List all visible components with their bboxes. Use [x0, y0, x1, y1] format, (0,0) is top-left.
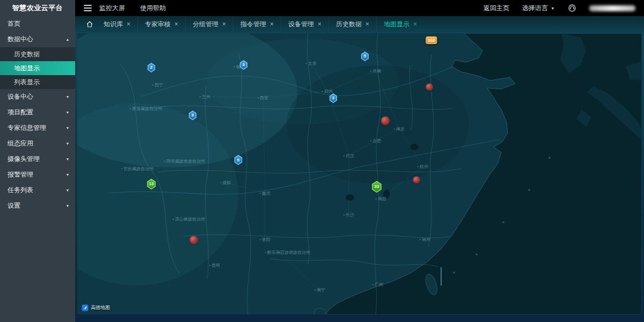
map-point-marker-red[interactable]: [382, 117, 390, 125]
close-tab-icon[interactable]: ×: [174, 20, 178, 28]
tab-knowledge-base[interactable]: 知识库×: [97, 16, 137, 32]
sidebar-item-camera-mgmt[interactable]: 摄像头管理▼: [0, 151, 75, 167]
language-selector[interactable]: 选择语言 ▼: [522, 4, 555, 13]
app-root: 智慧农业云平台 首页数据中心▲历史数据地图显示列表显示设备中心▼项目配置▼专家信…: [0, 0, 644, 322]
tab-label: 地图显示: [384, 20, 409, 29]
topbar-menu: 监控大屏使用帮助: [99, 4, 166, 13]
tab-label: 指令管理: [240, 20, 266, 29]
sidebar-submenu-data-center: 历史数据地图显示列表显示: [0, 47, 75, 89]
amap-logo-icon: [82, 304, 89, 311]
close-tab-icon[interactable]: ×: [413, 20, 417, 28]
sidebar-item-label: 数据中心: [8, 35, 33, 44]
cluster-hex-fill: 3: [330, 94, 337, 103]
map-point-marker-red[interactable]: [426, 84, 433, 90]
chevron-down-icon: ▼: [65, 111, 70, 115]
cluster-count-label: 2: [150, 65, 152, 70]
tab-command-mgmt[interactable]: 指令管理×: [233, 16, 281, 32]
cluster-count-label: 5: [364, 54, 366, 58]
china-map[interactable]: 西宁兰州银川西安太原郑州济南武汉合肥南京杭州南昌长沙重庆成都贵阳昆明福州广州南宁…: [77, 33, 642, 314]
cluster-hex-fill: 33: [372, 182, 382, 192]
sidebar-item-settings[interactable]: 设置▼: [0, 198, 75, 214]
sidebar-item-label: 专家信息管理: [8, 123, 46, 133]
tab-strip: 知识库×专家审核×分组管理×指令管理×设备管理×历史数据×地图显示×: [97, 16, 424, 32]
sidebar-item-label: 任务列表: [8, 186, 33, 195]
sidebar-subitem-history-data[interactable]: 历史数据: [0, 47, 75, 61]
tab-device-mgmt[interactable]: 设备管理×: [281, 16, 328, 32]
cluster-hex-fill: 5: [362, 53, 369, 61]
sidebar-item-label: 项目配置: [8, 108, 33, 117]
cluster-count-label: 3: [192, 113, 194, 118]
sidebar-item-label: 设备中心: [8, 92, 33, 101]
return-home-link[interactable]: 返回主页: [484, 4, 509, 13]
sidebar-item-project-config[interactable]: 项目配置▼: [0, 105, 75, 120]
tab-expert-review[interactable]: 专家审核×: [137, 16, 185, 32]
chevron-down-icon: ▼: [65, 173, 70, 177]
close-tab-icon[interactable]: ×: [365, 20, 369, 28]
chevron-down-icon: ▼: [65, 142, 70, 146]
chevron-down-icon: ▼: [65, 126, 70, 130]
tab-label: 专家审核: [145, 20, 171, 29]
chevron-down-icon: ▼: [65, 204, 70, 208]
chevron-down-icon: ▼: [551, 6, 555, 10]
sidebar-item-label: 组态应用: [8, 139, 33, 148]
sidebar-item-device-center[interactable]: 设备中心▼: [0, 89, 75, 105]
cluster-count-label: 13: [149, 182, 154, 186]
cluster-hex-fill: 2: [148, 64, 155, 72]
language-label: 选择语言: [522, 4, 548, 13]
close-tab-icon[interactable]: ×: [127, 20, 130, 28]
main-column: 监控大屏使用帮助 返回主页 选择语言 ▼: [75, 0, 644, 322]
map-badge-marker-orange[interactable]: 102: [426, 36, 437, 44]
sidebar-item-label: 首页: [8, 19, 20, 28]
sidebar-item-data-center[interactable]: 数据中心▲: [0, 32, 75, 47]
app-title: 智慧农业云平台: [0, 0, 75, 16]
home-tab-button[interactable]: [83, 16, 97, 32]
sidebar-nav: 首页数据中心▲历史数据地图显示列表显示设备中心▼项目配置▼专家信息管理▼组态应用…: [0, 16, 75, 214]
sidebar-subitem-map-display[interactable]: 地图显示: [0, 61, 75, 75]
sidebar-item-label: 摄像头管理: [8, 155, 40, 164]
sidebar-item-task-list[interactable]: 任务列表▼: [0, 182, 75, 198]
chevron-up-icon: ▲: [65, 38, 70, 42]
cluster-hex-fill: 3: [189, 112, 196, 120]
tab-label: 历史数据: [336, 20, 362, 29]
map-attribution-label: 高德地图: [91, 304, 110, 311]
user-name-redacted[interactable]: [589, 5, 635, 11]
chevron-down-icon: ▼: [65, 95, 70, 99]
topbar: 监控大屏使用帮助 返回主页 选择语言 ▼: [75, 0, 644, 16]
topbar-item-help[interactable]: 使用帮助: [140, 4, 166, 13]
tab-map-display[interactable]: 地图显示×: [376, 16, 424, 32]
tab-label: 设备管理: [288, 20, 314, 29]
tab-label: 知识库: [104, 20, 123, 29]
tab-history-data[interactable]: 历史数据×: [328, 16, 376, 32]
support-icon[interactable]: [568, 4, 576, 12]
sidebar-item-config-app[interactable]: 组态应用▼: [0, 136, 75, 151]
close-tab-icon[interactable]: ×: [270, 20, 274, 28]
sidebar-item-label: 设置: [8, 201, 20, 210]
cluster-count-label: 5: [237, 158, 239, 162]
sidebar-item-label: 报警管理: [8, 170, 33, 179]
close-tab-icon[interactable]: ×: [318, 20, 321, 28]
sidebar-subitem-list-display[interactable]: 列表显示: [0, 75, 75, 89]
cluster-count-label: 3: [332, 96, 334, 100]
collapse-menu-icon[interactable]: [84, 5, 92, 11]
tabbar: 知识库×专家审核×分组管理×指令管理×设备管理×历史数据×地图显示×: [75, 16, 644, 32]
sidebar-item-expert-info[interactable]: 专家信息管理▼: [0, 120, 75, 136]
sidebar-item-alarm-mgmt[interactable]: 报警管理▼: [0, 167, 75, 182]
chevron-down-icon: ▼: [65, 188, 70, 193]
sidebar: 智慧农业云平台 首页数据中心▲历史数据地图显示列表显示设备中心▼项目配置▼专家信…: [0, 0, 75, 322]
home-icon: [86, 20, 93, 28]
topbar-item-monitor-screen[interactable]: 监控大屏: [99, 4, 125, 13]
chevron-down-icon: ▼: [65, 157, 70, 162]
sidebar-item-home[interactable]: 首页: [0, 16, 75, 32]
content-area: 西宁兰州银川西安太原郑州济南武汉合肥南京杭州南昌长沙重庆成都贵阳昆明福州广州南宁…: [75, 32, 644, 322]
map-point-marker-red[interactable]: [413, 177, 420, 183]
map-point-marker-red[interactable]: [190, 236, 197, 244]
cluster-count-label: 3: [243, 63, 245, 67]
map-canvas: [77, 33, 642, 314]
cluster-hex-fill: 5: [235, 156, 242, 164]
cluster-count-label: 33: [375, 185, 379, 189]
cluster-hex-fill: 3: [240, 61, 247, 69]
tab-label: 分组管理: [193, 20, 218, 29]
tab-group-mgmt[interactable]: 分组管理×: [185, 16, 233, 32]
close-tab-icon[interactable]: ×: [222, 20, 226, 28]
topbar-right: 返回主页 选择语言 ▼: [484, 4, 644, 13]
